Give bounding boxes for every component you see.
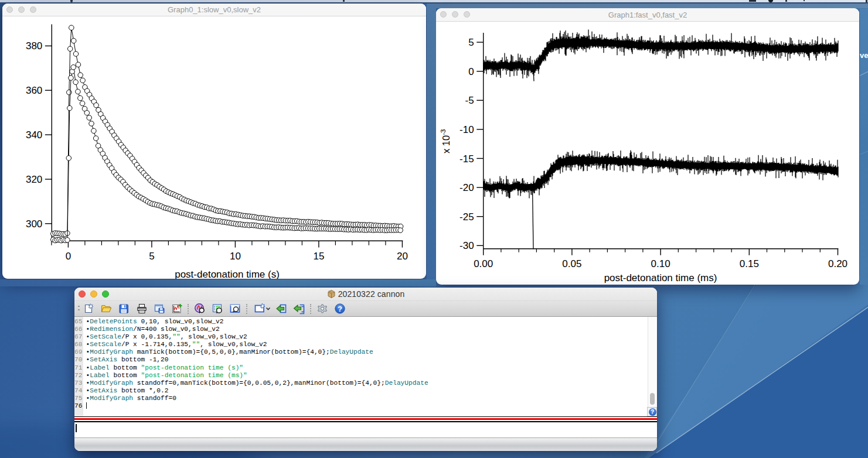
svg-text:-25: -25 xyxy=(459,211,474,223)
svg-text:ve: ve xyxy=(860,51,868,60)
svg-text:5: 5 xyxy=(149,251,154,262)
svg-text:340: 340 xyxy=(26,129,42,141)
svg-text:360: 360 xyxy=(26,85,42,96)
svg-text:post-detonation time (ms): post-detonation time (ms) xyxy=(604,272,717,283)
svg-text:0: 0 xyxy=(468,66,474,77)
svg-text:320: 320 xyxy=(26,174,42,185)
svg-text:300: 300 xyxy=(26,218,42,230)
svg-text:0.20: 0.20 xyxy=(828,258,847,269)
svg-text:-15: -15 xyxy=(459,153,474,165)
svg-text:0.15: 0.15 xyxy=(740,258,759,269)
svg-text:post-detonation time (s): post-detonation time (s) xyxy=(175,269,280,279)
svg-text:0.10: 0.10 xyxy=(651,258,670,269)
svg-text:-5: -5 xyxy=(465,95,474,106)
svg-text:-30: -30 xyxy=(459,240,474,251)
svg-text:x 10-3: x 10-3 xyxy=(440,129,451,153)
svg-text:?: ? xyxy=(338,305,342,313)
svg-text:0: 0 xyxy=(66,251,71,262)
svg-text:0.05: 0.05 xyxy=(562,258,581,269)
svg-text:20: 20 xyxy=(397,251,408,262)
svg-text:5: 5 xyxy=(468,37,474,48)
svg-text:380: 380 xyxy=(26,40,42,52)
svg-text:10: 10 xyxy=(230,251,241,262)
svg-text:-10: -10 xyxy=(459,124,474,135)
svg-text:-20: -20 xyxy=(459,182,474,193)
svg-text:0.00: 0.00 xyxy=(474,258,493,269)
svg-text:15: 15 xyxy=(313,251,324,262)
